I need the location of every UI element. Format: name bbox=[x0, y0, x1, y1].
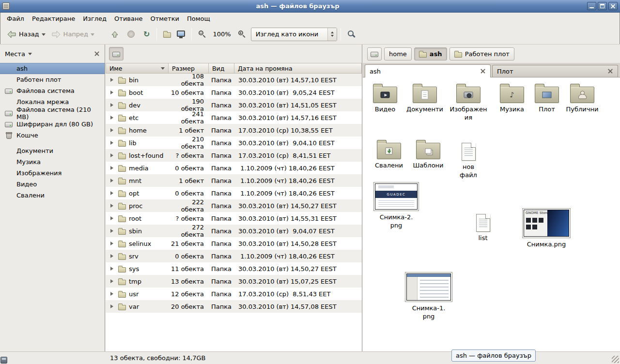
icon-item-snimka[interactable]: GNOME Store Снимка.png bbox=[521, 208, 572, 249]
menu-item[interactable]: Помощ bbox=[183, 14, 214, 24]
sidebar-item[interactable]: Изображения bbox=[0, 167, 105, 179]
icon-item-documents[interactable]: Документи bbox=[405, 82, 444, 114]
expander-icon[interactable] bbox=[110, 78, 115, 82]
expander-icon[interactable] bbox=[110, 179, 115, 182]
computer-button[interactable] bbox=[174, 29, 188, 39]
column-header-date[interactable]: Дата на промяна bbox=[234, 63, 362, 74]
back-button[interactable]: Назад bbox=[4, 28, 48, 41]
search-button[interactable] bbox=[344, 28, 358, 41]
titlebar[interactable]: ash — файлов браузър bbox=[0, 0, 620, 13]
icon-item-templates[interactable]: Шаблони bbox=[412, 138, 444, 170]
panel-window-list-icon[interactable] bbox=[0, 357, 7, 364]
menu-item[interactable]: Отметки bbox=[146, 14, 183, 24]
table-row[interactable]: media 0 обекта Папка 1.10.2009 (чт) 18,4… bbox=[106, 162, 362, 174]
expander-icon[interactable] bbox=[110, 254, 115, 258]
expander-icon[interactable] bbox=[110, 91, 115, 94]
pathbar-home-button[interactable]: home bbox=[384, 47, 412, 61]
table-row[interactable]: proc 222 обекта Папка 30.03.2010 (вт) 14… bbox=[106, 199, 362, 212]
expander-icon[interactable] bbox=[110, 153, 115, 157]
expander-icon[interactable] bbox=[110, 229, 115, 233]
sidebar-item[interactable]: Работен плот bbox=[0, 74, 105, 85]
sidebar-item[interactable]: Свалени bbox=[0, 190, 105, 201]
sidebar-item[interactable]: Файлова система bbox=[0, 85, 105, 96]
menu-item[interactable]: Изглед bbox=[79, 14, 110, 24]
places-close-button[interactable] bbox=[94, 51, 100, 57]
table-row[interactable]: root ? обекта Папка 30.03.2010 (вт) 14,5… bbox=[106, 212, 362, 225]
table-row[interactable]: lib 210 обекта Папка 30.03.2010 (вт) 9,0… bbox=[106, 136, 362, 149]
tab-close-icon[interactable] bbox=[480, 68, 486, 74]
stop-button[interactable] bbox=[124, 28, 138, 40]
expander-icon[interactable] bbox=[110, 141, 115, 145]
pathbar-current-button[interactable]: ash bbox=[414, 47, 447, 61]
reload-button[interactable]: ↻ bbox=[140, 28, 153, 41]
up-button[interactable] bbox=[108, 28, 122, 41]
table-row[interactable]: lost+found ? обекта Папка 17.03.2010 (ср… bbox=[106, 149, 362, 162]
forward-button[interactable]: Напред bbox=[48, 28, 97, 41]
expander-icon[interactable] bbox=[110, 304, 115, 308]
minimize-button[interactable] bbox=[587, 2, 596, 10]
pathbar-desktop-button[interactable]: Работен плот bbox=[450, 47, 514, 61]
icon-item-list[interactable]: list bbox=[471, 214, 495, 243]
sidebar-item[interactable]: ash bbox=[0, 63, 105, 74]
table-row[interactable]: home 1 обект Папка 17.03.2010 (ср) 10,38… bbox=[106, 124, 362, 136]
column-header-size[interactable]: Размер bbox=[169, 63, 209, 74]
icon-item-pictures[interactable]: Изображен ия bbox=[449, 82, 488, 122]
sidebar-item[interactable]: Документи bbox=[0, 145, 105, 156]
table-row[interactable]: boot 10 обекта Папка 30.03.2010 (вт) 9,0… bbox=[106, 86, 362, 99]
places-header[interactable]: Места bbox=[0, 45, 105, 63]
menu-item[interactable]: Редактиране bbox=[28, 14, 79, 24]
icon-item-downloads[interactable]: Свалени bbox=[373, 138, 404, 170]
sidebar-item[interactable]: Файлова система (210 MB) bbox=[0, 107, 105, 119]
table-row[interactable]: bin 108 обекта Папка 30.03.2010 (вт) 14,… bbox=[106, 74, 362, 86]
expander-icon[interactable] bbox=[110, 292, 115, 296]
expander-icon[interactable] bbox=[110, 116, 115, 120]
icon-item-snimka2[interactable]: GUADEC Снимка-2. png bbox=[372, 182, 421, 230]
tab-close-icon[interactable] bbox=[607, 68, 613, 74]
resize-grip[interactable] bbox=[612, 356, 619, 363]
table-row[interactable]: usr 12 обекта Папка 17.03.2010 (ср) 8,51… bbox=[106, 288, 362, 300]
zoom-out-button[interactable] bbox=[195, 28, 209, 41]
column-header-name[interactable]: Име bbox=[106, 63, 169, 74]
icon-item-new-file[interactable]: нов файл bbox=[453, 138, 484, 180]
menu-item[interactable]: Файл bbox=[3, 14, 28, 24]
table-row[interactable]: tmp 13 обекта Папка 30.03.2010 (вт) 15,0… bbox=[106, 275, 362, 288]
expander-icon[interactable] bbox=[110, 267, 115, 271]
column-header-type[interactable]: Вид bbox=[209, 63, 234, 74]
expander-icon[interactable] bbox=[110, 128, 115, 132]
tab-plot[interactable]: Плот bbox=[492, 65, 618, 77]
sidebar-item[interactable]: Шифриран дял (80 GB) bbox=[0, 119, 105, 130]
sidebar-item[interactable]: Видео bbox=[0, 179, 105, 190]
pathbar-root-button[interactable] bbox=[109, 47, 124, 61]
expander-icon[interactable] bbox=[110, 191, 115, 195]
expander-icon[interactable] bbox=[110, 166, 115, 170]
table-row[interactable]: var 20 обекта Папка 30.03.2010 (вт) 14,5… bbox=[106, 300, 362, 313]
expander-icon[interactable] bbox=[110, 103, 115, 107]
icon-item-desktop[interactable]: Плот bbox=[533, 82, 560, 114]
sidebar-item[interactable]: Кошче bbox=[0, 130, 105, 141]
table-row[interactable]: etc 241 обекта Папка 30.03.2010 (вт) 14,… bbox=[106, 111, 362, 124]
expander-icon[interactable] bbox=[110, 242, 115, 245]
icon-item-video[interactable]: Видео bbox=[371, 82, 400, 114]
icon-item-music[interactable]: ♪ Музика bbox=[496, 82, 527, 114]
table-row[interactable]: srv 0 обекта Папка 1.10.2009 (чт) 18,40,… bbox=[106, 250, 362, 262]
menu-item[interactable]: Отиване bbox=[110, 14, 146, 24]
expander-icon[interactable] bbox=[110, 279, 115, 283]
table-row[interactable]: dev 190 обекта Папка 30.03.2010 (вт) 14,… bbox=[106, 99, 362, 111]
home-button[interactable] bbox=[160, 28, 174, 40]
expander-icon[interactable] bbox=[110, 216, 115, 220]
view-mode-select[interactable]: Изглед като икони bbox=[251, 28, 337, 41]
table-row[interactable]: sys 11 обекта Папка 30.03.2010 (вт) 14,5… bbox=[106, 262, 362, 275]
table-row[interactable]: selinux 21 обекта Папка 30.03.2010 (вт) … bbox=[106, 237, 362, 250]
table-row[interactable]: mnt 1 обект Папка 1.10.2009 (чт) 18,40,2… bbox=[106, 174, 362, 187]
table-row[interactable]: opt 0 обекта Папка 1.10.2009 (чт) 18,40,… bbox=[106, 187, 362, 199]
table-row[interactable]: sbin 272 обекта Папка 30.03.2010 (вт) 9,… bbox=[106, 225, 362, 237]
zoom-in-button[interactable] bbox=[235, 28, 249, 41]
pathbar-root-button[interactable] bbox=[367, 47, 382, 61]
maximize-button[interactable] bbox=[598, 2, 607, 10]
icon-item-snimka1[interactable]: Снимка-1. png bbox=[403, 272, 454, 321]
sidebar-item[interactable]: Музика bbox=[0, 156, 105, 167]
close-button[interactable] bbox=[608, 2, 618, 10]
icon-item-public[interactable]: Публични bbox=[565, 82, 599, 114]
expander-icon[interactable] bbox=[110, 204, 115, 208]
icon-view[interactable]: Видео Документи Изображен ия ♪ Музика Пл… bbox=[363, 77, 620, 351]
